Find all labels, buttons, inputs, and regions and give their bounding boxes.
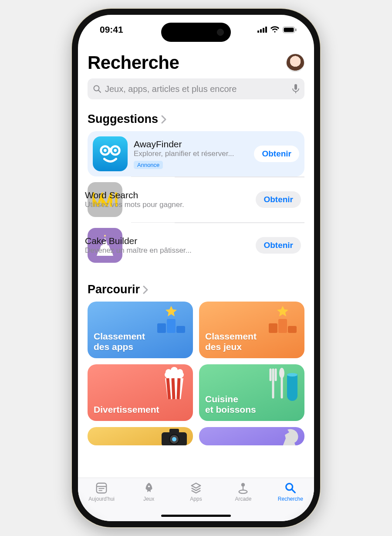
app-subtitle: Devenez un maître en pâtisser... [85,246,250,255]
svg-rect-0 [257,31,259,33]
category-label: Divertissement [94,404,187,415]
app-subtitle: Explorer, planifier et réserver... [134,149,248,158]
category-entertainment[interactable]: Divertissement [88,364,193,421]
svg-rect-32 [169,429,179,433]
svg-point-31 [172,437,176,441]
svg-line-8 [99,91,101,93]
wifi-icon [270,26,280,33]
search-placeholder: Jeux, apps, articles et plus encore [105,84,289,94]
dynamic-island [161,23,231,42]
svg-point-37 [148,485,150,487]
header: Recherche [88,52,304,73]
category-top-games[interactable]: Classementdes jeux [199,302,304,358]
today-icon [95,482,108,495]
category-label: Classementdes jeux [205,331,257,352]
svg-point-28 [287,373,297,377]
search-icon [93,85,101,93]
suggestion-cakebuilder[interactable]: Cake Builder Devenez un maître en pâtiss… [131,222,304,268]
tab-search[interactable]: Recherche [267,482,314,512]
browse-title: Parcourir [88,283,140,296]
suggestions-header[interactable]: Suggestions [88,112,304,126]
svg-rect-21 [288,326,297,333]
get-button[interactable]: Obtenir [256,191,301,208]
tab-label: Apps [190,496,202,502]
ad-badge: Annonce [134,161,163,169]
app-name: AwayFinder [134,139,248,149]
screen: 09:41 Recherche Jeux, apps, articles et … [78,15,314,521]
svg-point-23 [166,369,172,375]
microphone-icon[interactable] [292,84,299,94]
page-title: Recherche [88,52,179,73]
search-icon [284,482,297,495]
status-icons [257,26,297,33]
svg-rect-16 [157,323,166,333]
category-top-apps[interactable]: Classementdes apps [88,302,193,358]
svg-point-7 [94,86,99,91]
app-name: Cake Builder [85,236,250,246]
svg-rect-5 [284,27,294,32]
tab-today[interactable]: Aujourd'hui [78,482,125,512]
app-name: Word Search [85,190,250,200]
home-indicator[interactable] [161,515,231,517]
svg-rect-6 [295,28,297,31]
chevron-right-icon [142,285,149,294]
svg-point-13 [104,149,107,152]
arcade-icon [236,482,250,495]
phone-frame: 09:41 Recherche Jeux, apps, articles et … [72,9,320,527]
tab-games[interactable]: Jeux [125,482,172,512]
svg-rect-9 [294,84,297,90]
suggestion-awayfinder[interactable]: AwayFinder Explorer, planifier et réserv… [88,131,304,176]
tab-label: Recherche [278,496,303,502]
svg-rect-1 [260,29,262,33]
suggestions-list: AwayFinder Explorer, planifier et réserv… [88,131,304,268]
category-partial-left[interactable] [88,427,193,445]
camera-icon [160,428,189,445]
cellular-icon [257,27,267,33]
category-label: Cuisineet boissons [205,394,256,414]
knight-icon [278,427,300,445]
category-partial-right[interactable] [199,427,304,445]
food-drink-icon [265,367,300,406]
podium-icon [265,304,300,339]
get-button[interactable]: Obtenir [256,237,301,254]
svg-point-25 [177,369,183,375]
search-field[interactable]: Jeux, apps, articles et plus encore [88,78,304,99]
battery-icon [283,27,297,33]
svg-line-42 [292,489,295,492]
tab-label: Aujourd'hui [88,496,115,502]
podium-icon [154,304,189,339]
suggestion-info: AwayFinder Explorer, planifier et réserv… [134,139,248,169]
browse-partial-row [88,427,304,445]
browse-header[interactable]: Parcourir [88,283,304,296]
suggestion-info: Word Search Utilisez vos mots pour gagne… [85,190,250,209]
svg-rect-18 [176,326,185,333]
tab-label: Jeux [143,496,154,502]
status-time: 09:41 [100,24,123,35]
svg-point-40 [239,490,247,494]
svg-rect-3 [265,27,267,33]
suggestion-wordsearch[interactable]: Word Search Utilisez vos mots pour gagne… [131,176,304,222]
content: Recherche Jeux, apps, articles et plus e… [78,44,314,478]
tab-label: Arcade [235,496,251,502]
svg-rect-19 [269,323,277,333]
app-subtitle: Utilisez vos mots pour gagner. [85,200,250,209]
svg-point-14 [114,149,117,152]
browse-grid: Classementdes apps Classementdes jeux Di… [88,302,304,421]
chevron-right-icon [161,115,167,124]
tab-apps[interactable]: Apps [172,482,220,512]
rocket-icon [142,482,156,495]
app-icon-awayfinder [93,136,128,171]
suggestion-info: Cake Builder Devenez un maître en pâtiss… [85,236,250,255]
apps-icon [189,482,203,495]
account-avatar[interactable] [286,54,304,72]
svg-rect-20 [278,319,287,333]
suggestions-title: Suggestions [88,112,158,126]
svg-point-24 [171,367,178,374]
category-food-drink[interactable]: Cuisineet boissons [199,364,304,421]
tab-arcade[interactable]: Arcade [220,482,267,512]
svg-rect-17 [167,319,176,333]
category-label: Classementdes apps [94,331,145,352]
svg-point-38 [241,483,245,486]
svg-point-26 [279,368,284,378]
get-button[interactable]: Obtenir [254,146,299,162]
